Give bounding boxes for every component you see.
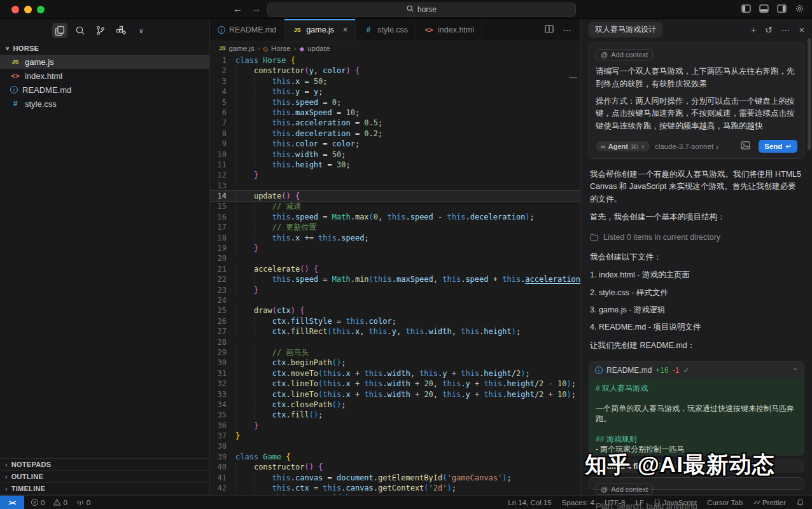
breadcrumb[interactable]: JSgame.js›◇Horse›◆update [210, 41, 580, 55]
chevron-down-icon[interactable]: ∨ [134, 23, 149, 38]
assistant-paragraph: 我会创建以下文件： [590, 251, 803, 263]
code-line: 3 this.x = 50; [210, 76, 580, 87]
collapse-chevron-icon[interactable]: ⌃ [793, 367, 798, 374]
send-button[interactable]: Send ↵ [759, 140, 797, 153]
class-symbol-icon: ◇ [263, 45, 268, 52]
status-item-ln-14-col-15[interactable]: Ln 14, Col 15 [508, 499, 551, 506]
user-message-paragraph: 请编写一个双人赛马游戏，上下两匹马从左往右奔跑，先到终点的获胜，有获胜庆祝效果 [596, 66, 797, 90]
tool-call-row[interactable]: Listed 0 items in current directory [590, 232, 803, 244]
forward-arrow-icon[interactable]: → [251, 3, 261, 14]
code-line: 11 this.height = 30; [210, 160, 580, 170]
code-editor[interactable]: 1class Horse {2 constructor(y, color) {3… [210, 55, 580, 495]
diff-line [596, 424, 797, 434]
status-item-spaces-4[interactable]: Spaces: 4 [562, 499, 594, 506]
more-actions-icon[interactable]: ⋯ [563, 25, 571, 35]
code-line: 32 ctx.lineTo(this.x + this.width + 20, … [210, 379, 580, 389]
chevron-down-icon: ∨ [139, 27, 143, 34]
command-search-input[interactable]: horse [267, 3, 576, 17]
file-item-game.js[interactable]: JSgame.js [0, 55, 209, 69]
close-window-button[interactable] [11, 6, 19, 13]
code-line: 27 ctx.fillRect(this.x, this.y, this.wid… [210, 326, 580, 337]
model-selector[interactable]: claude-3.7-sonnet ∨ [655, 143, 719, 150]
panel-left-icon[interactable] [741, 4, 751, 13]
split-editor-icon[interactable] [545, 24, 554, 36]
chat-scrollbar[interactable] [808, 38, 811, 150]
maximize-window-button[interactable] [37, 6, 45, 13]
back-arrow-icon[interactable]: ← [233, 3, 242, 14]
panel-bottom-icon[interactable] [759, 4, 769, 13]
assistant-paragraph: 首先，我会创建一个基本的项目结构： [590, 211, 803, 223]
history-icon[interactable]: ↺ [765, 25, 773, 35]
attach-image-icon[interactable] [741, 141, 750, 151]
javascript-file-icon: JS [219, 45, 225, 52]
breadcrumb-item[interactable]: game.js [228, 45, 254, 52]
breadcrumb-item[interactable]: Horse [271, 45, 291, 52]
chat-header: 双人赛马游戏设计 + ↺ ⋯ × [581, 19, 812, 40]
file-tree: JSgame.js<>index.htmliREADME.md#style.cs… [0, 55, 209, 458]
panel-right-icon[interactable] [777, 4, 787, 13]
assistant-list-item: 2. style.css - 样式文件 [590, 287, 803, 299]
sidebar-section-timeline[interactable]: ›TIMELINE [0, 483, 209, 495]
added-lines-count: +16 [655, 366, 668, 375]
search-icon [75, 25, 85, 36]
chat-title-tab[interactable]: 双人赛马游戏设计 [589, 22, 662, 38]
file-item-style.css[interactable]: #style.css [0, 97, 209, 111]
tab-game.js[interactable]: JSgame.js× [284, 19, 356, 41]
chevron-right-icon: › [5, 485, 8, 492]
more-options-icon[interactable]: ⋯ [781, 25, 790, 35]
info-file-icon: i [10, 86, 18, 94]
extensions-icon[interactable] [113, 23, 129, 38]
status-ports[interactable]: 0 [76, 498, 90, 506]
code-line: 40 constructor() { [210, 462, 580, 472]
code-line: 39class Game { [210, 452, 580, 462]
file-name: game.js [25, 57, 54, 67]
settings-gear-icon[interactable] [795, 4, 804, 13]
code-line: 25 draw(ctx) { [210, 305, 580, 316]
tab-index.html[interactable]: <>index.html [416, 19, 482, 41]
source-control-icon[interactable] [93, 23, 108, 38]
diff-card-header[interactable]: i README.md +16 -1 ✓ ⌃ [589, 362, 804, 379]
code-line: 28 [210, 337, 580, 347]
status-error[interactable]: 0 [31, 498, 45, 506]
close-panel-icon[interactable]: × [799, 25, 804, 35]
info-icon: i [595, 366, 603, 374]
close-tab-icon[interactable]: × [343, 25, 347, 34]
code-line: 29 // 画马头 [210, 347, 580, 358]
info-file-icon: i [218, 26, 225, 34]
code-line: 14 update() { [210, 191, 580, 201]
app-window: ← → horse ∨ ∨ HORSE JSgame.js<>index.htm… [0, 0, 812, 509]
tab-README.md[interactable]: iREADME.md [210, 19, 284, 41]
explorer-icon[interactable] [52, 23, 67, 38]
code-line: 41 this.canvas = document.getElementById… [210, 473, 580, 483]
new-chat-plus-icon[interactable]: + [751, 25, 756, 35]
warning-icon [53, 498, 61, 506]
css-file-icon: # [10, 99, 20, 109]
add-context-chip[interactable]: @ Add context [596, 49, 653, 60]
minimize-window-button[interactable] [24, 6, 32, 13]
breadcrumb-item[interactable]: update [307, 45, 330, 52]
code-line: 22 this.speed = Math.min(this.maxSpeed, … [210, 274, 580, 284]
add-context-chip[interactable]: @ Add context [596, 484, 653, 495]
chat-input-placeholder[interactable]: Plan, search, build anything [596, 501, 797, 509]
chevron-right-icon: › [5, 461, 8, 468]
javascript-file-icon: JS [292, 25, 302, 35]
sidebar-section-notepads[interactable]: ›NOTEPADS [0, 459, 209, 471]
agent-mode-dropdown[interactable]: ∞ Agent ⌘I ∨ [596, 141, 650, 151]
code-line: 17 // 更新位置 [210, 222, 580, 232]
sidebar-section-outline[interactable]: ›OUTLINE [0, 471, 209, 483]
code-line: 4 this.y = y; [210, 87, 580, 97]
scrollbar-marker[interactable] [569, 77, 577, 78]
file-item-README.md[interactable]: iREADME.md [0, 83, 209, 97]
readme-diff-card[interactable]: i README.md +16 -1 ✓ ⌃ # 双人赛马游戏 一个简单的双人赛… [589, 361, 804, 456]
tab-bar: iREADME.mdJSgame.js×#style.css<>index.ht… [210, 19, 580, 41]
remote-indicator[interactable]: >< [0, 496, 24, 509]
diff-line: 一个简单的双人赛马游戏，玩家通过快速按键来控制马匹奔跑。 [596, 403, 797, 424]
status-warning[interactable]: 0 [53, 498, 67, 506]
tab-style.css[interactable]: #style.css [356, 19, 416, 41]
folder-icon [590, 234, 599, 241]
explorer-root-folder[interactable]: ∨ HORSE [0, 42, 209, 55]
search-icon[interactable] [73, 23, 88, 38]
window-controls[interactable] [11, 6, 45, 13]
file-item-index.html[interactable]: <>index.html [0, 69, 209, 83]
check-icon: ✓ [683, 366, 689, 375]
